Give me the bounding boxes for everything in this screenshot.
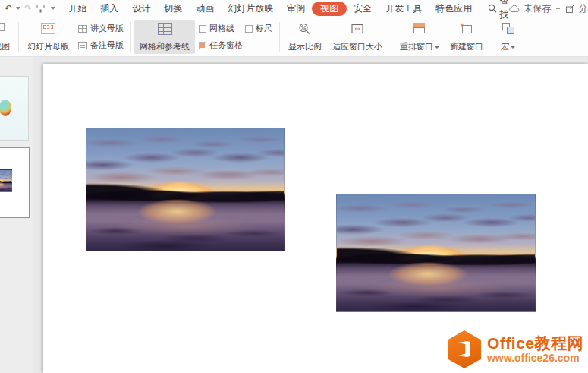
- notes-master-label: 备注母版: [90, 40, 124, 51]
- gridlines-label: 网格线: [209, 23, 234, 34]
- zoom-button[interactable]: 显示比例: [283, 20, 327, 54]
- view-options-stack: 网格线 标尺 任务窗格: [195, 20, 276, 54]
- macro-label: 宏: [501, 42, 515, 51]
- search-box[interactable]: 查找: [488, 0, 508, 21]
- slide-master-icon: [41, 23, 55, 34]
- dropdown-arrow-icon: [435, 46, 439, 49]
- slide-master-button[interactable]: 幻灯片母版: [22, 20, 74, 54]
- menu-tab-devtools[interactable]: 开发工具: [379, 2, 429, 16]
- watermark-logo-icon: [448, 330, 481, 368]
- arrange-windows-icon: [413, 23, 426, 34]
- arrange-windows-label: 重排窗口: [400, 42, 439, 51]
- menu-tab-animation[interactable]: 动画: [189, 2, 221, 16]
- grid-and-guides-label: 网格和参考线: [140, 42, 190, 51]
- title-bar: ↶ ↷ 开始 插入 设计 切换 动画 幻灯片放映 审阅 视图 安全 开发工具 特…: [0, 0, 588, 17]
- undo-icon[interactable]: ↶: [5, 4, 12, 13]
- toolbar-options-icon[interactable]: [51, 7, 55, 10]
- sunset-lake-photo-right[interactable]: [336, 194, 536, 312]
- menu-tab-insert[interactable]: 插入: [93, 2, 125, 16]
- fit-window-label: 适应窗口大小: [332, 42, 382, 51]
- redo-icon[interactable]: ↷: [24, 4, 32, 13]
- new-window-label: 新建窗口: [450, 42, 483, 51]
- master-stack: 讲义母版 备注母版: [74, 20, 127, 54]
- workspace: Office教程网 www.office26.com: [0, 57, 588, 373]
- menu-tab-security[interactable]: 安全: [347, 2, 379, 16]
- arrange-windows-button[interactable]: 重排窗口: [395, 20, 445, 54]
- grid-icon: [158, 23, 172, 35]
- search-label: 查找: [499, 0, 508, 21]
- zoom-magnifier-icon: [298, 23, 312, 35]
- menu-tab-slideshow[interactable]: 幻灯片放映: [221, 2, 280, 16]
- slide1-graphic: [0, 100, 11, 116]
- menu-tab-view-active[interactable]: 视图: [312, 2, 347, 16]
- menu-tab-features[interactable]: 特色应用: [429, 2, 479, 16]
- watermark: Office教程网 www.office26.com: [448, 330, 583, 368]
- watermark-site-url: www.office26.com: [487, 352, 583, 364]
- sunset-lake-photo-left[interactable]: [86, 128, 285, 251]
- ribbon-divider: [18, 22, 19, 52]
- new-window-icon: [460, 23, 473, 34]
- menu-tabs: 开始 插入 设计 切换 动画 幻灯片放映 审阅 视图 安全 开发工具 特色应用: [61, 2, 479, 16]
- zoom-label: 显示比例: [288, 42, 322, 51]
- slide2-photo-preview: [0, 169, 12, 192]
- share-label[interactable]: 分享: [578, 2, 588, 15]
- quick-access-toolbar: ↶ ↷: [0, 4, 61, 14]
- ruler-checkbox[interactable]: 标尺: [245, 23, 272, 34]
- clipped-view-button[interactable]: 视图: [0, 20, 15, 54]
- macro-icon: [502, 23, 515, 34]
- ribbon-divider: [130, 22, 131, 52]
- slide-master-label: 幻灯片母版: [27, 42, 69, 51]
- menu-tab-home[interactable]: 开始: [61, 2, 93, 16]
- search-icon: [488, 4, 497, 13]
- watermark-site-name: Office教程网: [487, 335, 583, 352]
- titlebar-right: 未保存 分享: [508, 2, 588, 15]
- task-pane-icon: [199, 42, 206, 49]
- gridlines-checkbox-icon: [199, 25, 206, 33]
- ribbon-view-tab: 视图 幻灯片母版 讲义母版 备注母版 网格和参考线 网格线 标尺: [0, 17, 588, 57]
- macro-button[interactable]: 宏: [495, 20, 520, 54]
- slide-thumbnail-panel: [0, 57, 33, 373]
- slide-thumbnail-1[interactable]: [0, 76, 29, 141]
- grid-and-guides-button[interactable]: 网格和参考线: [134, 20, 195, 54]
- clipped-view-label: 视图: [0, 42, 10, 51]
- new-window-button[interactable]: 新建窗口: [445, 20, 489, 54]
- ribbon-divider: [492, 22, 492, 52]
- notes-master-icon: [78, 42, 87, 49]
- ruler-checkbox-icon: [245, 25, 253, 33]
- handout-master-label: 讲义母版: [90, 23, 124, 34]
- ribbon-divider: [279, 22, 280, 52]
- gridlines-checkbox[interactable]: 网格线: [199, 23, 234, 34]
- save-status-label: 未保存: [524, 2, 551, 15]
- watermark-text: Office教程网 www.office26.com: [487, 335, 583, 364]
- share-icon[interactable]: [565, 4, 575, 14]
- format-painter-icon[interactable]: [36, 4, 46, 14]
- ruler-label: 标尺: [256, 23, 272, 34]
- save-status-caret[interactable]: [556, 8, 560, 9]
- ribbon-divider: [391, 22, 391, 52]
- cloud-sync-icon[interactable]: [508, 4, 520, 13]
- dropdown-arrow-icon: [511, 46, 515, 49]
- fit-window-icon: [350, 23, 365, 35]
- slide-thumbnail-2-selected[interactable]: [0, 147, 30, 218]
- task-pane-label: 任务窗格: [209, 40, 243, 51]
- clipped-view-icon: [0, 23, 5, 31]
- menu-tab-transition[interactable]: 切换: [157, 2, 189, 16]
- fit-window-button[interactable]: 适应窗口大小: [327, 20, 388, 54]
- notes-master-button[interactable]: 备注母版: [78, 40, 124, 51]
- undo-dropdown-icon[interactable]: [16, 7, 20, 10]
- task-pane-button[interactable]: 任务窗格: [199, 40, 272, 51]
- menu-tab-design[interactable]: 设计: [125, 2, 157, 16]
- menu-tab-review[interactable]: 审阅: [280, 2, 312, 16]
- handout-master-button[interactable]: 讲义母版: [78, 23, 124, 34]
- handout-master-icon: [78, 25, 87, 33]
